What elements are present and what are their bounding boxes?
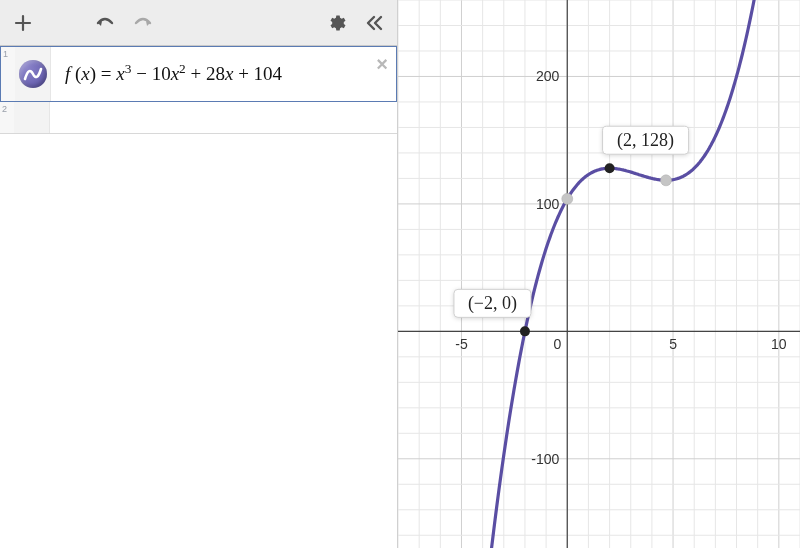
expression-row[interactable]: 1 f (x) = x3 − 10x2 + 28x + 104 × bbox=[0, 46, 397, 102]
svg-point-51 bbox=[562, 193, 573, 204]
svg-text:200: 200 bbox=[536, 68, 560, 84]
expression-input[interactable]: f (x) = x3 − 10x2 + 28x + 104 × bbox=[51, 47, 396, 101]
svg-text:0: 0 bbox=[553, 336, 561, 352]
svg-text:10: 10 bbox=[771, 336, 787, 352]
curve-icon bbox=[19, 60, 47, 88]
plus-icon bbox=[14, 14, 32, 32]
svg-text:5: 5 bbox=[669, 336, 677, 352]
chevron-double-left-icon bbox=[364, 13, 384, 33]
svg-point-56 bbox=[605, 163, 615, 173]
undo-icon bbox=[94, 14, 116, 32]
svg-text:100: 100 bbox=[536, 196, 560, 212]
delete-row-button[interactable]: × bbox=[376, 53, 388, 76]
row-index: 2 bbox=[0, 102, 14, 133]
row-color-icon[interactable] bbox=[15, 47, 51, 101]
svg-text:(−2, 0): (−2, 0) bbox=[468, 293, 517, 314]
add-button[interactable] bbox=[6, 6, 40, 40]
expression-row[interactable]: 2 bbox=[0, 102, 397, 134]
svg-text:-100: -100 bbox=[531, 451, 559, 467]
expression-list: 1 f (x) = x3 − 10x2 + 28x + 104 × 2 bbox=[0, 46, 397, 548]
expression-formula: f (x) = x3 − 10x2 + 28x + 104 bbox=[65, 63, 282, 85]
svg-point-52 bbox=[661, 175, 672, 186]
svg-text:(2, 128): (2, 128) bbox=[617, 130, 674, 151]
graph-panel[interactable]: -50510-100100200(−2, 0)(2, 128) bbox=[398, 0, 800, 548]
row-color-icon[interactable] bbox=[14, 102, 50, 133]
undo-button[interactable] bbox=[88, 6, 122, 40]
svg-point-53 bbox=[520, 326, 530, 336]
graph-canvas[interactable]: -50510-100100200(−2, 0)(2, 128) bbox=[398, 0, 800, 548]
row-index: 1 bbox=[1, 47, 15, 101]
toolbar bbox=[0, 0, 397, 46]
expression-panel: 1 f (x) = x3 − 10x2 + 28x + 104 × 2 bbox=[0, 0, 398, 548]
gear-icon bbox=[326, 13, 346, 33]
redo-button[interactable] bbox=[126, 6, 160, 40]
redo-icon bbox=[132, 14, 154, 32]
collapse-button[interactable] bbox=[357, 6, 391, 40]
app-root: 1 f (x) = x3 − 10x2 + 28x + 104 × 2 -505… bbox=[0, 0, 800, 548]
svg-text:-5: -5 bbox=[455, 336, 468, 352]
settings-button[interactable] bbox=[319, 6, 353, 40]
expression-input[interactable] bbox=[50, 102, 397, 133]
